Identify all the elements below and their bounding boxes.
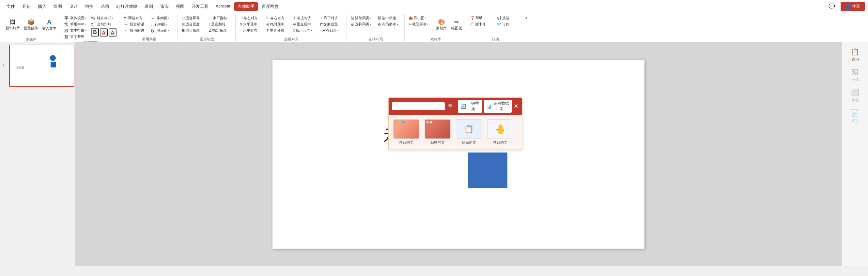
slide-item-1[interactable]: 1 示意图	[9, 45, 72, 87]
menu-devtools[interactable]: 开发工具	[188, 2, 212, 11]
text-scatter-btn[interactable]: 散 文本打散 ▾	[63, 27, 89, 33]
ribbon-group-supertext: 字 字体设置 ▾ 常 常用字体 ▾ 散 文本打散 ▾	[61, 14, 120, 42]
h-distribute-btn[interactable]: ⇔ 水平分布	[238, 27, 264, 33]
menu-draw[interactable]: 绘图	[50, 2, 65, 11]
menu-view[interactable]: 视图	[173, 2, 188, 11]
subscribe-icon: 💎	[497, 22, 501, 26]
layout-ref-label: 布局参考	[382, 22, 396, 27]
chat-button[interactable]: 💬	[826, 2, 838, 11]
new-slide-label: 新幻灯片	[5, 26, 20, 31]
text-arrange-btn[interactable]: 整 文字整理	[63, 34, 89, 39]
subscribe-btn[interactable]: 💎 订购	[496, 21, 522, 27]
menu-review[interactable]: 审阅	[157, 2, 172, 11]
v-distribute-btn[interactable]: ⇕ 垂直分布	[265, 27, 291, 33]
align-top-btn[interactable]: ⊤ 靠上对齐	[292, 15, 318, 21]
insert-text-btn[interactable]: A 插入文本	[40, 15, 58, 35]
align-col3: ⊤ 靠上对齐 ⊖ 垂直居中 □ 统一尺寸 ▾	[292, 15, 318, 33]
multimedia-label: 多媒体	[26, 36, 36, 42]
indent-dec-btn[interactable]: ← 取消缩进	[123, 27, 149, 33]
abs-center-btn[interactable]: ◎ 绝对居中	[265, 21, 291, 27]
sidebar-item-general[interactable]: 📋 通用	[844, 45, 867, 65]
menu-dashi[interactable]: 大师助手	[234, 2, 258, 11]
panel-close-button[interactable]: ✕	[514, 103, 519, 109]
clear-same-icon: 清	[351, 15, 354, 21]
sidebar-item-image[interactable]: 🖼 图像	[844, 66, 867, 85]
select-same-icon: 选	[351, 22, 354, 27]
char-spacing-btn[interactable]: ↔ 字间距 ▾	[150, 15, 176, 21]
help-btn[interactable]: ❓ 帮助	[469, 15, 495, 21]
new-select-btn[interactable]: 新 选中新建	[376, 15, 402, 21]
menu-animation[interactable]: 动画	[97, 2, 112, 11]
v-flip-icon: ↕	[209, 22, 211, 26]
drawing-icon: ✏	[454, 19, 459, 25]
angle-btn[interactable]: ∠ 指定角度	[207, 27, 233, 33]
color-blue-button[interactable]: A	[108, 28, 117, 36]
v-center-btn[interactable]: ⊖ 垂直居中	[292, 21, 318, 27]
slide-thumbnail[interactable]: 示意图	[9, 45, 74, 87]
panel-search-input[interactable]	[392, 102, 445, 110]
menu-transition[interactable]: 切换	[82, 2, 97, 11]
menu-record[interactable]: 录制	[141, 2, 156, 11]
align-bottom-btn[interactable]: ⊥ 靠下对齐	[318, 15, 345, 21]
drawing-board-btn[interactable]: ✏ 绘图板	[450, 15, 464, 35]
align-left-btn[interactable]: ⊣ 靠左对齐	[238, 15, 264, 21]
batch-media-btn[interactable]: 📦 批量媒体	[22, 15, 40, 35]
font-setting-btn[interactable]: 字 字体设置 ▾	[63, 15, 89, 21]
special-format-btn[interactable]: 特 特殊格式 ▾	[90, 15, 118, 21]
menu-design[interactable]: 设计	[66, 2, 81, 11]
common-font-btn[interactable]: 常 常用字体 ▾	[63, 21, 89, 27]
transfer-button[interactable]: 📊 转移数据库	[484, 100, 512, 113]
v-flip-btn[interactable]: ↕ 垂直翻转	[207, 21, 233, 27]
ppt-align-btn[interactable]: ≈ 对齐幻灯 ▾	[318, 27, 345, 33]
fit-width-btn[interactable]: ⊞ 适合宽度	[181, 21, 207, 27]
new-slide-btn[interactable]: 🖼 新幻灯片	[4, 15, 22, 35]
general-label: 通用	[852, 57, 859, 62]
slide-canvas[interactable]: 示意图	[273, 60, 645, 249]
paste-item-3[interactable]: 📋 粘贴的文	[455, 118, 483, 146]
countdown-btn[interactable]: ⏱ 倒计时	[469, 21, 495, 27]
uniform-size-btn[interactable]: □ 统一尺寸 ▾	[292, 27, 318, 33]
menu-file[interactable]: 文件	[3, 2, 18, 11]
replace-button[interactable]: 🔄 一键替换	[458, 100, 482, 113]
material-label: 素材库	[436, 26, 447, 31]
export-icon: 📤	[408, 16, 413, 20]
indent-inc-btn[interactable]: → 段首缩进	[123, 21, 149, 27]
h-center-btn[interactable]: ⊕ 水平居中	[238, 21, 264, 27]
ribbon-group-multimedia: 🖼 新幻灯片 📦 批量媒体 A 插入文本 多媒体	[2, 14, 60, 42]
select-same-btn[interactable]: 选 选择同类 ▾	[349, 21, 376, 27]
material-lib-btn[interactable]: 🎨 素材库	[434, 15, 449, 35]
justify-btn[interactable]: ≡ 两端对齐	[123, 15, 149, 21]
fit-height-btn[interactable]: ⊟ 适合高度	[181, 27, 207, 33]
paste-label-3: 粘贴的文	[462, 140, 476, 145]
paste-item-4[interactable]: 🤚 粘贴的文	[486, 118, 515, 146]
layout-ref-btn[interactable]: 布 布局参考 ▾	[376, 21, 402, 27]
swap-btn[interactable]: ⇄ 交换位置	[318, 21, 345, 27]
sidebar-item-multipage[interactable]: 📄 多页	[844, 107, 867, 126]
export-fig-btn[interactable]: 📤 导出图 ▾	[407, 15, 433, 21]
paste-item-1[interactable]: 粘贴的文	[392, 118, 421, 146]
menu-home[interactable]: 开始	[19, 2, 34, 11]
h-flip-btn[interactable]: ↔ 水平翻转	[207, 15, 233, 21]
line-spacing-btn[interactable]: ↕ 行间距 ▾	[150, 21, 176, 27]
menu-slideshow[interactable]: 幻灯片放映	[113, 2, 141, 11]
color-red-button[interactable]: A	[100, 28, 108, 36]
ribbon: 🖼 新幻灯片 📦 批量媒体 A 插入文本 多媒体 字	[0, 13, 868, 42]
paste-item-2[interactable]: 粘贴的文	[423, 118, 452, 146]
general-icon: 📋	[851, 48, 859, 56]
menu-acrobat[interactable]: Acrobat	[212, 2, 234, 11]
screenshot-btn[interactable]: ✂ 截取屏幕 ▾	[407, 21, 433, 27]
para-spacing-btn[interactable]: 段 段后距 ▾	[150, 27, 176, 33]
sidebar-item-shape[interactable]: ⬜ 形状	[844, 86, 867, 105]
current-ppt-btn[interactable]: 灯 当前幻灯	[90, 21, 118, 27]
panel-search-button[interactable]: 🔍	[447, 103, 456, 109]
share-button[interactable]: 👤 共享	[841, 2, 865, 11]
fit-screen-btn[interactable]: ⊡ 适合屏幕	[181, 15, 207, 21]
menu-baidu[interactable]: 百度网盘	[258, 2, 282, 11]
scale-col1: ⊡ 适合屏幕 ⊞ 适合宽度 ⊟ 适合高度	[181, 15, 207, 33]
ribbon-collapse[interactable]: ▲	[525, 14, 528, 42]
menu-insert[interactable]: 插入	[35, 2, 50, 11]
clear-same-btn[interactable]: 清 清除同类 ▾	[349, 15, 376, 21]
bold-button[interactable]: B	[91, 28, 99, 36]
align-right-btn[interactable]: ⊢ 靠右对齐	[265, 15, 291, 21]
feedback-btn[interactable]: 📢 反馈	[496, 15, 522, 21]
